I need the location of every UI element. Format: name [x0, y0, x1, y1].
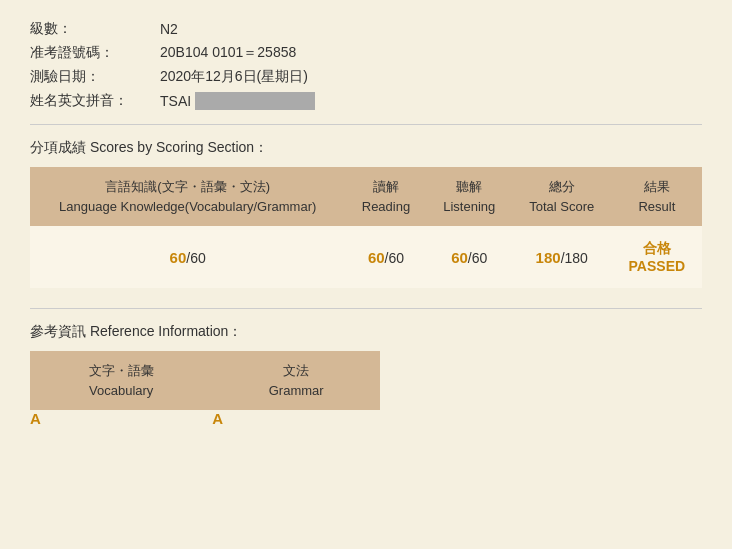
- col3-header: 聽解 Listening: [427, 167, 512, 226]
- result-en: PASSED: [629, 258, 686, 274]
- col3-score-cell: 60/60: [427, 226, 512, 288]
- ref-data-row: A A: [30, 410, 380, 427]
- name-value: TSAI: [160, 93, 191, 109]
- ref-col2-header: 文法 Grammar: [212, 351, 380, 410]
- ref-section: 參考資訊 Reference Information： 文字・語彙 Vocabu…: [30, 323, 702, 427]
- col2-header-zh: 讀解: [373, 179, 399, 194]
- col1-score-cell: 60/60: [30, 226, 345, 288]
- scores-section-title: 分項成績 Scores by Scoring Section：: [30, 139, 702, 157]
- ref-col1-header-zh: 文字・語彙: [89, 363, 154, 378]
- ref-col1-header: 文字・語彙 Vocabulary: [30, 351, 212, 410]
- level-label: 級數：: [30, 20, 160, 38]
- exam-no-row: 准考證號碼： 20B104 0101＝25858: [30, 44, 702, 62]
- exam-no-value: 20B104 0101＝25858: [160, 44, 296, 62]
- exam-date-label: 測驗日期：: [30, 68, 160, 86]
- ref-col1-header-en: Vocabulary: [89, 383, 153, 398]
- col4-header: 總分 Total Score: [512, 167, 612, 226]
- col2-score: 60: [368, 249, 385, 266]
- exam-no-label: 准考證號碼：: [30, 44, 160, 62]
- col4-score: 180: [536, 249, 561, 266]
- col1-header-zh: 言語知識(文字・語彙・文法): [105, 179, 270, 194]
- col3-max: 60: [472, 250, 488, 266]
- col3-score: 60: [451, 249, 468, 266]
- col4-header-en: Total Score: [529, 199, 594, 214]
- scores-section: 分項成績 Scores by Scoring Section： 言語知識(文字・…: [30, 139, 702, 288]
- scores-header-row: 言語知識(文字・語彙・文法) Language Knowledge(Vocabu…: [30, 167, 702, 226]
- exam-date-row: 測驗日期： 2020年12月6日(星期日): [30, 68, 702, 86]
- col4-max: 180: [565, 250, 588, 266]
- col1-header: 言語知識(文字・語彙・文法) Language Knowledge(Vocabu…: [30, 167, 345, 226]
- ref-col1-grade: A: [30, 410, 212, 427]
- col5-header: 結果 Result: [612, 167, 702, 226]
- scores-data-row: 60/60 60/60 60/60 180/180 合格 PASSED: [30, 226, 702, 288]
- col2-max: 60: [388, 250, 404, 266]
- name-label: 姓名英文拼音：: [30, 92, 160, 110]
- col1-max: 60: [190, 250, 206, 266]
- col4-header-zh: 總分: [549, 179, 575, 194]
- redacted-name: [195, 92, 315, 110]
- col2-header-en: Reading: [362, 199, 410, 214]
- col2-score-cell: 60/60: [345, 226, 426, 288]
- col2-header: 讀解 Reading: [345, 167, 426, 226]
- scores-table: 言語知識(文字・語彙・文法) Language Knowledge(Vocabu…: [30, 167, 702, 288]
- ref-col2-header-en: Grammar: [269, 383, 324, 398]
- col5-header-en: Result: [638, 199, 675, 214]
- name-row: 姓名英文拼音： TSAI: [30, 92, 702, 110]
- ref-vocab-grade: A: [30, 410, 41, 427]
- col3-header-en: Listening: [443, 199, 495, 214]
- ref-table: 文字・語彙 Vocabulary 文法 Grammar A A: [30, 351, 380, 427]
- result-zh: 合格: [643, 240, 671, 256]
- result-cell: 合格 PASSED: [612, 226, 702, 288]
- ref-header-row: 文字・語彙 Vocabulary 文法 Grammar: [30, 351, 380, 410]
- level-value: N2: [160, 21, 178, 37]
- col5-header-zh: 結果: [644, 179, 670, 194]
- ref-col2-header-zh: 文法: [283, 363, 309, 378]
- divider-2: [30, 308, 702, 309]
- col3-header-zh: 聽解: [456, 179, 482, 194]
- col1-header-en: Language Knowledge(Vocabulary/Grammar): [59, 199, 316, 214]
- level-row: 級數： N2: [30, 20, 702, 38]
- ref-section-title: 參考資訊 Reference Information：: [30, 323, 702, 341]
- col4-score-cell: 180/180: [512, 226, 612, 288]
- divider-1: [30, 124, 702, 125]
- ref-col2-grade: A: [212, 410, 380, 427]
- col1-score: 60: [170, 249, 187, 266]
- exam-date-value: 2020年12月6日(星期日): [160, 68, 308, 86]
- ref-grammar-grade: A: [212, 410, 223, 427]
- info-section: 級數： N2 准考證號碼： 20B104 0101＝25858 測驗日期： 20…: [30, 20, 702, 110]
